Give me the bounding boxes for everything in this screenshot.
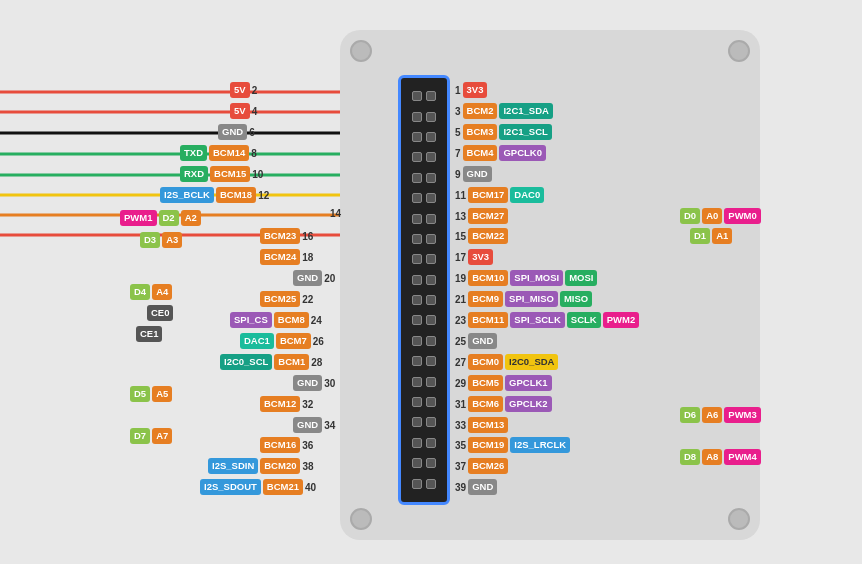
pin35-i2s: I2S_LRCLK [510, 437, 570, 453]
pin34-labels: GND 34 [293, 417, 335, 433]
a4-label: A4 [152, 284, 172, 300]
a6-label: A6 [702, 407, 722, 423]
pin33-labels: 33 BCM13 [455, 417, 508, 433]
d4-label: D4 [130, 284, 150, 300]
d0-label: D0 [680, 208, 700, 224]
pin32-labels: BCM12 32 [260, 396, 313, 412]
pin13-bcm27: BCM27 [468, 208, 508, 224]
a3-label: A3 [162, 232, 182, 248]
pin29-gpclk1: GPCLK1 [505, 375, 552, 391]
pin40-bcm21: BCM21 [263, 479, 303, 495]
pin10-bcm15: BCM15 [210, 166, 250, 182]
connector-pins [412, 91, 436, 101]
pin20-gnd: GND [293, 270, 322, 286]
pin21-labels: 21 BCM9 SPI_MISO MISO [455, 291, 592, 307]
pin6-labels: GND 6 [218, 124, 255, 140]
pin8-txd: TXD [180, 145, 207, 161]
extra-left-row2: D3 A3 [140, 232, 182, 248]
pin30-labels: GND 30 [293, 375, 335, 391]
pin23-bcm11: BCM11 [468, 312, 508, 328]
extra-left-row1: PWM1 D2 A2 [120, 210, 201, 226]
pwm4-label: PWM4 [724, 449, 761, 465]
pin31-bcm6: BCM6 [468, 396, 503, 412]
d1-label: D1 [690, 228, 710, 244]
pwm3-label: PWM3 [724, 407, 761, 423]
pin39-labels: 39 GND [455, 479, 497, 495]
pin29-bcm5: BCM5 [468, 375, 503, 391]
pin23-labels: 23 BCM11 SPI_SCLK SCLK PWM2 [455, 312, 639, 328]
pin27-i2c0: I2C0_SDA [505, 354, 558, 370]
pin23-spisclk: SPI_SCLK [510, 312, 564, 328]
pin40-i2s: I2S_SDOUT [200, 479, 261, 495]
pin29-labels: 29 BCM5 GPCLK1 [455, 375, 552, 391]
pin3-i2c: I2C1_SDA [499, 103, 552, 119]
pin22-bcm25: BCM25 [260, 291, 300, 307]
pin28-i2c: I2C0_SCL [220, 354, 272, 370]
pin11-bcm17: BCM17 [468, 187, 508, 203]
pin12-labels: I2S_BCLK BCM18 12 [160, 187, 269, 203]
extra-left-row4: CE0 [147, 305, 173, 321]
pin26-bcm7: BCM7 [276, 333, 311, 349]
screw-hole-bl [350, 508, 372, 530]
pin7-labels: 7 BCM4 GPCLK0 [455, 145, 546, 161]
pin20-labels: GND 20 [293, 270, 335, 286]
a1-label: A1 [712, 228, 732, 244]
d3-label: D3 [140, 232, 160, 248]
screw-hole-tr [728, 40, 750, 62]
pin18-labels: BCM24 18 [260, 249, 313, 265]
pin9-labels: 9 GND [455, 166, 492, 182]
pin26-dac1: DAC1 [240, 333, 274, 349]
d8-label: D8 [680, 449, 700, 465]
pin24-bcm8: BCM8 [274, 312, 309, 328]
pin21-spimiso: SPI_MISO [505, 291, 558, 307]
pin3-labels: 3 BCM2 I2C1_SDA [455, 103, 553, 119]
pin2-labels: 5V 2 [230, 82, 257, 98]
pin3-bcm2: BCM2 [463, 103, 498, 119]
d5-label: D5 [130, 386, 150, 402]
pin11-labels: 11 BCM17 DAC0 [455, 187, 544, 203]
pwm0-label: PWM0 [724, 208, 761, 224]
pin31-labels: 31 BCM6 GPCLK2 [455, 396, 552, 412]
pin8-labels: TXD BCM14 8 [180, 145, 257, 161]
pin-dot [426, 91, 436, 101]
pin4-5v: 5V [230, 103, 250, 119]
pin21-miso: MISO [560, 291, 592, 307]
extra-left-row7: D7 A7 [130, 428, 172, 444]
extra-right-row3: D6 A6 PWM3 [680, 407, 761, 423]
pin36-labels: BCM16 36 [260, 437, 313, 453]
pin21-bcm9: BCM9 [468, 291, 503, 307]
screw-hole-br [728, 508, 750, 530]
gpio-connector [398, 75, 450, 505]
pin19-mosi: MOSI [565, 270, 597, 286]
pin24-spi: SPI_CS [230, 312, 272, 328]
pin36-bcm16: BCM16 [260, 437, 300, 453]
pin27-bcm0: BCM0 [468, 354, 503, 370]
d2-label: D2 [159, 210, 179, 226]
pin19-spimosi: SPI_MOSI [510, 270, 563, 286]
a5-label: A5 [152, 386, 172, 402]
pin28-bcm1: BCM1 [274, 354, 309, 370]
pin38-bcm20: BCM20 [260, 458, 300, 474]
pin33-bcm13: BCM13 [468, 417, 508, 433]
pin13-labels: 13 BCM27 [455, 208, 508, 224]
a8-label: A8 [702, 449, 722, 465]
pin1-3v3: 3V3 [463, 82, 488, 98]
pin7-gpclk: GPCLK0 [499, 145, 546, 161]
pin6-gnd: GND [218, 124, 247, 140]
pin30-gnd: GND [293, 375, 322, 391]
a7-label: A7 [152, 428, 172, 444]
pin4-labels: 5V 4 [230, 103, 257, 119]
pin31-gpclk2: GPCLK2 [505, 396, 552, 412]
pin40-labels: I2S_SDOUT BCM21 40 [200, 479, 316, 495]
pin38-labels: I2S_SDIN BCM20 38 [208, 458, 314, 474]
pin5-i2c: I2C1_SCL [499, 124, 551, 140]
pin17-3v3: 3V3 [468, 249, 493, 265]
pin19-bcm10: BCM10 [468, 270, 508, 286]
ce1-label: CE1 [136, 326, 162, 342]
pwm1-label: PWM1 [120, 210, 157, 226]
pin27-labels: 27 BCM0 I2C0_SDA [455, 354, 558, 370]
ce0-label: CE0 [147, 305, 173, 321]
pin28-labels: I2C0_SCL BCM1 28 [220, 354, 322, 370]
screw-hole-tl [350, 40, 372, 62]
pin14-labels: 14 [330, 208, 341, 219]
